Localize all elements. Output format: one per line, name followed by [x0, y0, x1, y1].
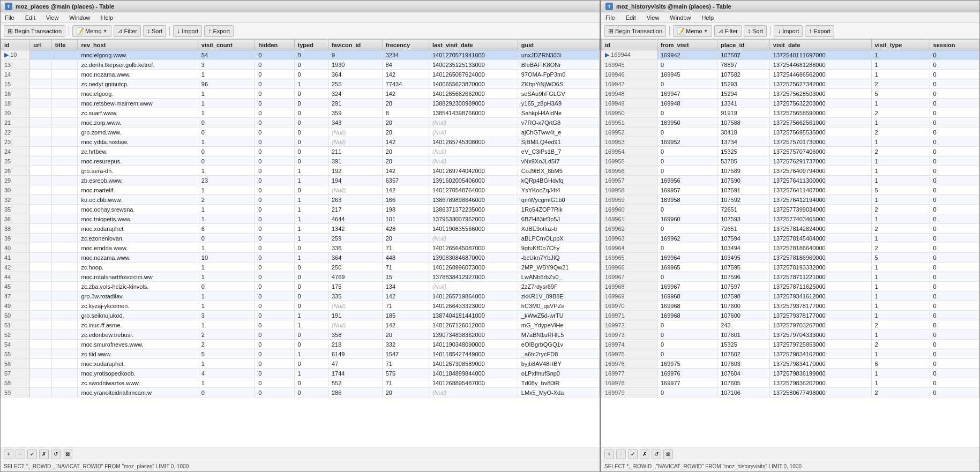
- left-menu-file[interactable]: File: [3, 14, 17, 21]
- left-table-row[interactable]: 20zc.suarf.www.10035981385414398766000Sa…: [1, 108, 600, 118]
- left-refresh-button[interactable]: ↺: [51, 449, 61, 459]
- col-id[interactable]: id: [1, 40, 30, 50]
- left-table-row[interactable]: 16moc.elgoog.1003241421401265662662000se…: [1, 89, 600, 99]
- right-table-row[interactable]: 169969169968107598137257934161200010: [602, 291, 979, 301]
- left-table-row[interactable]: 13zc.denhi.tkepser.golb.ketref.300193084…: [1, 60, 600, 70]
- col-guid[interactable]: guid: [518, 40, 599, 50]
- left-table-row[interactable]: 32ku.oc.cbb.www.201263166138678989864600…: [1, 195, 600, 205]
- left-table-row[interactable]: 14moc.nozama.www.10036414214012650876240…: [1, 70, 600, 79]
- right-table-row[interactable]: 16995316995213734137257570173000010: [602, 137, 979, 147]
- left-table-row[interactable]: 44moc.rotalsnarttfosorcim.ww100476915137…: [1, 272, 600, 282]
- right-table-row[interactable]: 169961169960107593137257740346500010: [602, 214, 979, 224]
- left-table-row[interactable]: 36moc.tniopetis.www.10146441011379533007…: [1, 214, 600, 224]
- col-visit-count[interactable]: visit_count: [198, 40, 255, 50]
- left-table-row[interactable]: 39zc.ezonenlovan.00125920(Null)aBLPCrnOL…: [1, 234, 600, 243]
- right-table-row[interactable]: 169950091919137257565859000020: [602, 108, 979, 118]
- left-table-container[interactable]: id url title rev_host visit_count hidden…: [1, 39, 600, 447]
- left-table-row[interactable]: 45zc.zba.vols-hcizic-kinvols.000175134(N…: [1, 282, 600, 291]
- right-table-row[interactable]: 169971169968107600137257937817700010: [602, 311, 979, 320]
- left-export-button[interactable]: ↑ Export: [204, 25, 234, 37]
- left-begin-transaction-button[interactable]: ⊞ Begin Transaction: [4, 25, 65, 37]
- col-rev-host[interactable]: rev_host: [78, 40, 198, 50]
- left-table-row[interactable]: 41moc.nozama.www.10013644481390830846870…: [1, 253, 600, 263]
- left-table-row[interactable]: 23moc.ydda.nostaw.100(Null)1421401265745…: [1, 137, 600, 147]
- right-cancel-edit-button[interactable]: ✗: [640, 449, 649, 459]
- left-table-row[interactable]: 51zc.inuc.ff.asme.101(Null)1421401267126…: [1, 320, 600, 330]
- left-table-row[interactable]: 50gro.seiknujukod.3011911851387404181441…: [1, 311, 600, 320]
- right-col-visit-date[interactable]: visit_date: [769, 40, 871, 50]
- right-col-visit-type[interactable]: visit_type: [871, 40, 930, 50]
- right-table-row[interactable]: 1699750107602137257983410200010: [602, 349, 979, 359]
- right-table-row[interactable]: 16994916994813341137257563220300010: [602, 99, 979, 108]
- left-table-row[interactable]: 21moc.zorp.www.00034320(Null)v7RO-x7QrtG…: [1, 118, 600, 128]
- right-table-row[interactable]: 169976169975107603137257983417000060: [602, 359, 979, 369]
- col-frecency[interactable]: frecency: [382, 40, 429, 50]
- right-col-place-id[interactable]: place_id: [717, 40, 770, 50]
- right-memo-button[interactable]: 📝 Memo ▼: [673, 25, 712, 37]
- left-table-row[interactable]: 38moc.xodaraphet.60113424281401190835566…: [1, 224, 600, 234]
- left-import-button[interactable]: ↓ Import: [173, 25, 202, 37]
- right-table-row[interactable]: 1699640103494137257818664000020: [602, 243, 979, 253]
- left-table-row[interactable]: 40moc.emdda.www.100336711401265645087000…: [1, 243, 600, 253]
- left-filter-button[interactable]: ⊿ Filter: [114, 25, 141, 37]
- left-table-row[interactable]: 49zc.kyzaj-ykcemen.100(Null)711401266433…: [1, 301, 600, 311]
- right-table-row[interactable]: 169974015325137257972585300020: [602, 340, 979, 349]
- left-table-row[interactable]: 56moc.xodaraphet.10047711401267308589000…: [1, 359, 600, 369]
- right-col-from-visit[interactable]: from_visit: [657, 40, 717, 50]
- right-table-row[interactable]: 169947015293137257562734200020: [602, 79, 979, 89]
- right-table-row[interactable]: 1699560107589137257640979400010: [602, 166, 979, 176]
- left-table-row[interactable]: 30moc.martelif.100(Null)1421401270548764…: [1, 185, 600, 195]
- right-table-row[interactable]: 1699730107601137257970433300010: [602, 330, 979, 340]
- left-table-row[interactable]: 59moc.yranoitcidnallimcam.w00028620(Null…: [1, 388, 600, 398]
- right-table-row[interactable]: 1699670107596137257871122100010: [602, 272, 979, 282]
- right-menu-help[interactable]: Help: [699, 14, 716, 21]
- left-table-row[interactable]: 24zc.hrtbew.00021120(Null)eV_C3lPs1B_7: [1, 147, 600, 156]
- left-table-row[interactable]: 47gro.3w.rotadilav.100335142140126571986…: [1, 291, 600, 301]
- left-menu-help[interactable]: Help: [99, 14, 115, 21]
- left-table-row[interactable]: 18moc.retsbew-mairrem.www100291201388292…: [1, 99, 600, 108]
- left-table-row[interactable]: 26gro.aera-dh.1011921421401269744042000C…: [1, 166, 600, 176]
- right-begin-transaction-button[interactable]: ⊞ Begin Transaction: [604, 25, 666, 37]
- right-table-row[interactable]: 169945078897137254468128800010: [602, 60, 979, 70]
- col-url[interactable]: url: [30, 40, 51, 50]
- right-col-id[interactable]: id: [602, 40, 657, 50]
- col-typed[interactable]: typed: [294, 40, 328, 50]
- left-table-row[interactable]: 55zc.tiid.www.50161491547140118542744900…: [1, 349, 600, 359]
- right-import-button[interactable]: ↓ Import: [774, 25, 803, 37]
- right-table-row[interactable]: 169968169967107597137257871162500010: [602, 282, 979, 291]
- left-table-row[interactable]: 52zc.edonbew.trebusr.2003582013907348383…: [1, 330, 600, 340]
- right-remove-row-button[interactable]: −: [616, 449, 626, 459]
- left-menu-window[interactable]: Window: [67, 14, 92, 21]
- col-title[interactable]: title: [51, 40, 78, 50]
- left-table-row[interactable]: 58zc.swodniwartxe.www.100552711401268895…: [1, 378, 600, 388]
- right-menu-file[interactable]: File: [603, 14, 617, 21]
- right-table-row[interactable]: 169977169976107604137257983619900010: [602, 369, 979, 378]
- left-table-row[interactable]: 54moc.smurofneves.www.200218332140119034…: [1, 340, 600, 349]
- left-memo-button[interactable]: 📝 Memo ▼: [72, 25, 111, 37]
- right-check-button[interactable]: ✓: [628, 449, 638, 459]
- right-table-row[interactable]: 1699790107106137258067749800020: [602, 388, 979, 398]
- right-stop-button[interactable]: ⊠: [663, 449, 673, 459]
- right-table-row[interactable]: 169946169945107582137254468656200010: [602, 70, 979, 79]
- col-hidden[interactable]: hidden: [255, 40, 294, 50]
- right-col-session[interactable]: session: [930, 40, 979, 50]
- left-menu-edit[interactable]: Edit: [23, 14, 38, 21]
- right-table-row[interactable]: 16994816994715294137257562850300050: [602, 89, 979, 99]
- left-check-button[interactable]: ✓: [27, 449, 37, 459]
- right-table-row[interactable]: 1699720243137257970326700020: [602, 320, 979, 330]
- left-table-row[interactable]: ▶ 10moc.elgoog.www.540093234140127057194…: [1, 50, 600, 60]
- col-last-visit-date[interactable]: last_visit_date: [429, 40, 518, 50]
- right-table-row[interactable]: 169952030418137257569553500020: [602, 128, 979, 137]
- right-refresh-button[interactable]: ↺: [652, 449, 661, 459]
- right-filter-button[interactable]: ⊿ Filter: [714, 25, 742, 37]
- right-table-row[interactable]: 169965169964103495137257818696000050: [602, 253, 979, 263]
- left-table-row[interactable]: 29zb.esreob.www.230119463571391602005406…: [1, 176, 600, 185]
- left-table-row[interactable]: 25moc.resurepus.00039120(Null)vNx9XoJLd5…: [1, 156, 600, 166]
- right-table-row[interactable]: 169951169950107588137257566256100010: [602, 118, 979, 128]
- left-table-row[interactable]: 42zc.hoop.1002507114012689960730002MP_WB…: [1, 263, 600, 272]
- right-menu-window[interactable]: Window: [668, 14, 693, 21]
- left-table-row[interactable]: 57moc.yrotisopedkoob.4011744575140118489…: [1, 369, 600, 378]
- col-favicon-id[interactable]: favicon_id: [328, 40, 382, 50]
- right-table-row[interactable]: 169978169977107605137257983620700010: [602, 378, 979, 388]
- left-cancel-edit-button[interactable]: ✗: [39, 449, 49, 459]
